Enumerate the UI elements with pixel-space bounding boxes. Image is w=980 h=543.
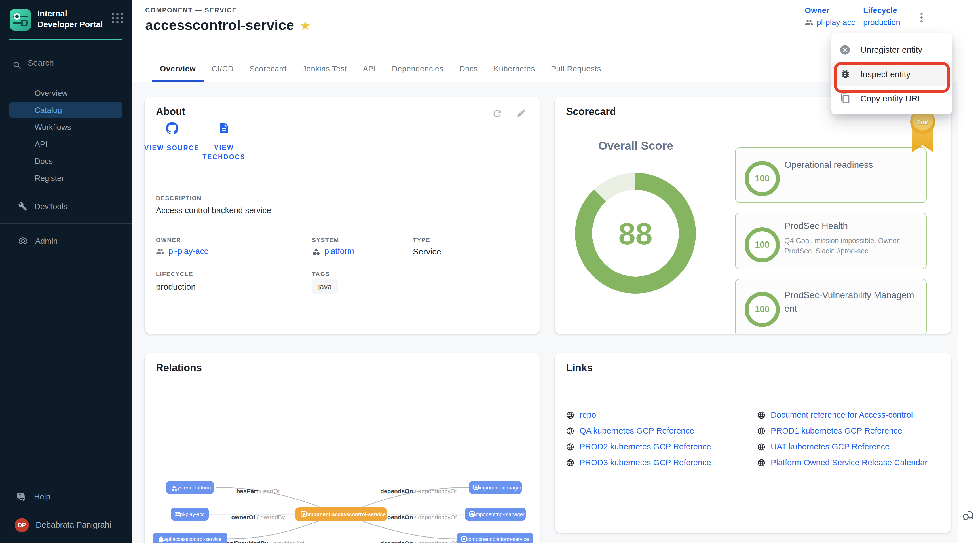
- sidebar-item-label: Help: [34, 492, 51, 501]
- sidebar-search: [13, 57, 118, 73]
- owner-meta: Owner pl-play-acc: [805, 6, 855, 27]
- svg-text:api:accesscontrol-service: api:accesscontrol-service: [164, 537, 221, 542]
- scorecard-badge-prodsec-vulnerability[interactable]: 100 ProdSec-Vulnerability Management: [735, 279, 927, 334]
- globe-icon: [566, 427, 574, 435]
- relations-graph[interactable]: hasPart/ partOf ownerOf/ ownedBy apiProv…: [145, 353, 540, 543]
- sidebar-item-devtools[interactable]: DevTools: [0, 197, 132, 215]
- badge-score: 100: [745, 161, 780, 196]
- view-source-link[interactable]: VIEW SOURCE: [143, 122, 200, 153]
- tab-jenkins-test[interactable]: Jenkins Test: [294, 56, 355, 82]
- svg-text:pl-play-acc: pl-play-acc: [180, 511, 204, 517]
- people-icon: [156, 247, 164, 256]
- overall-score-value: 88: [619, 216, 652, 251]
- sidebar-accent-divider: [9, 39, 123, 40]
- relation-node-api-accesscontrol-service[interactable]: api:accesscontrol-service: [153, 532, 228, 543]
- tab-dependencies[interactable]: Dependencies: [384, 56, 452, 82]
- sidebar-item-docs[interactable]: Docs: [0, 152, 132, 170]
- menu-item-copy-entity-url[interactable]: Copy entity URL: [831, 86, 952, 111]
- system-field-label: SYSTEM: [312, 237, 339, 243]
- globe-icon: [757, 411, 765, 419]
- help-icon: ?: [16, 492, 27, 501]
- entity-context-menu-button[interactable]: [914, 10, 929, 25]
- sidebar-item-overview[interactable]: Overview: [0, 84, 132, 102]
- refresh-icon[interactable]: [492, 108, 503, 121]
- svg-text:ownerOf/ ownedBy: ownerOf/ ownedBy: [231, 514, 285, 520]
- menu-item-inspect-entity[interactable]: Inspect entity: [831, 62, 952, 86]
- svg-text:component:ng-manager: component:ng-manager: [470, 511, 524, 517]
- link-uat-kubernetes[interactable]: UAT kubernetes GCP Reference: [757, 442, 889, 451]
- tab-pull-requests[interactable]: Pull Requests: [543, 56, 609, 82]
- relation-node-component-manager[interactable]: component:manager: [469, 481, 522, 494]
- search-input[interactable]: [28, 57, 99, 73]
- badge-score: 100: [745, 292, 780, 327]
- tab-scorecard[interactable]: Scorecard: [242, 56, 294, 82]
- github-icon: [165, 122, 178, 135]
- lifecycle-field-value: production: [156, 282, 196, 291]
- sidebar-item-register[interactable]: Register: [0, 170, 132, 186]
- description-value: Access control backend service: [156, 206, 271, 215]
- relation-node-pl-play-acc[interactable]: pl-play-acc: [171, 508, 209, 521]
- link-document-reference[interactable]: Document reference for Access-control: [757, 410, 913, 419]
- svg-text:hasPart/ partOf: hasPart/ partOf: [236, 488, 280, 494]
- link-repo[interactable]: repo: [566, 410, 596, 419]
- link-prod2-kubernetes[interactable]: PROD2 kubernetes GCP Reference: [566, 442, 711, 451]
- globe-icon: [566, 458, 574, 467]
- relation-node-component-accesscontrol-service[interactable]: component:accesscontrol-service: [295, 507, 387, 521]
- svg-text:system:platform: system:platform: [175, 485, 211, 491]
- link-release-calendar[interactable]: Platform Owned Service Release Calendar: [757, 458, 928, 467]
- avatar: DP: [15, 518, 29, 532]
- badge-title: ProdSec-Vulnerability Management: [784, 289, 917, 316]
- sidebar-item-admin[interactable]: Admin: [0, 232, 132, 250]
- scorecard-badge-operational-readiness[interactable]: 100 Operational readiness: [735, 148, 927, 203]
- relation-node-component-platform-service[interactable]: component:platform-service: [457, 532, 533, 543]
- tab-api[interactable]: API: [355, 56, 384, 82]
- svg-text:dependsOn/ dependencyOf: dependsOn/ dependencyOf: [380, 540, 457, 543]
- sidebar-item-api[interactable]: API: [0, 135, 132, 152]
- menu-item-unregister-entity[interactable]: Unregister entity: [831, 37, 952, 62]
- sidebar-item-catalog[interactable]: Catalog: [9, 102, 123, 118]
- feedback-chat-icon[interactable]: [963, 510, 975, 525]
- circle-x-icon: [839, 44, 851, 55]
- scorecard-badge-prodsec-health[interactable]: 100 ProdSec Health Q4 Goal, mission impo…: [735, 213, 927, 269]
- svg-text:component:platform-service: component:platform-service: [466, 537, 529, 542]
- link-prod1-kubernetes[interactable]: PROD1 kubernetes GCP Reference: [757, 426, 902, 435]
- favorite-star-icon[interactable]: ★: [300, 19, 310, 32]
- tab-docs[interactable]: Docs: [452, 56, 486, 82]
- scorecard-card: Scorecard Tier Overall Score 88 100 Oper…: [555, 97, 951, 334]
- wrench-icon: [18, 202, 27, 211]
- system-icon: [312, 247, 320, 256]
- sidebar-bottom: ? Help DP Debabrata Panigrahi: [0, 487, 132, 536]
- edit-icon[interactable]: [516, 108, 526, 121]
- tab-kubernetes[interactable]: Kubernetes: [486, 56, 543, 82]
- about-card: About VIEW SOURCE VIEW TECHDOCS DESCRIPT…: [145, 97, 540, 334]
- tab-overview[interactable]: Overview: [152, 56, 204, 82]
- relation-node-system-platform[interactable]: system:platform: [166, 481, 214, 494]
- badge-title: ProdSec Health: [784, 221, 848, 231]
- link-qa-kubernetes[interactable]: QA kubernetes GCP Reference: [566, 426, 694, 435]
- owner-label: Owner: [805, 6, 855, 15]
- overall-score-gauge: 88: [575, 173, 696, 294]
- relation-node-component-ng-manager[interactable]: component:ng-manager: [465, 508, 526, 521]
- apps-grid-icon[interactable]: [112, 13, 124, 23]
- tier-ribbon-label: Tier: [917, 119, 928, 125]
- tab-cicd[interactable]: CI/CD: [204, 56, 242, 82]
- user-name: Debabrata Panigrahi: [36, 520, 111, 529]
- techdocs-icon: [218, 122, 230, 134]
- view-techdocs-link[interactable]: VIEW TECHDOCS: [196, 122, 252, 162]
- sidebar-item-workflows[interactable]: Workflows: [0, 119, 132, 135]
- globe-icon: [566, 411, 574, 419]
- svg-text:dependsOn/ dependencyOf: dependsOn/ dependencyOf: [380, 488, 457, 494]
- lifecycle-field-label: LIFECYCLE: [156, 270, 193, 277]
- svg-text:component:accesscontrol-servic: component:accesscontrol-service: [303, 511, 386, 517]
- owner-field-value[interactable]: pl-play-acc: [156, 246, 208, 256]
- owner-link[interactable]: pl-play-acc: [817, 17, 855, 27]
- entity-context-menu: Unregister entity Inspect entity Copy en…: [831, 33, 952, 114]
- link-prod3-kubernetes[interactable]: PROD3 kubernetes GCP Reference: [566, 458, 711, 467]
- tag-chip[interactable]: java: [312, 279, 338, 294]
- svg-text:dependsOn/ dependencyOf: dependsOn/ dependencyOf: [380, 514, 457, 520]
- sidebar-user[interactable]: DP Debabrata Panigrahi: [0, 513, 132, 536]
- globe-icon: [566, 442, 574, 451]
- system-field-value[interactable]: platform: [312, 246, 354, 256]
- sidebar-item-help[interactable]: ? Help: [0, 487, 132, 506]
- sidebar: Internal Developer Portal Overview Catal…: [0, 0, 132, 543]
